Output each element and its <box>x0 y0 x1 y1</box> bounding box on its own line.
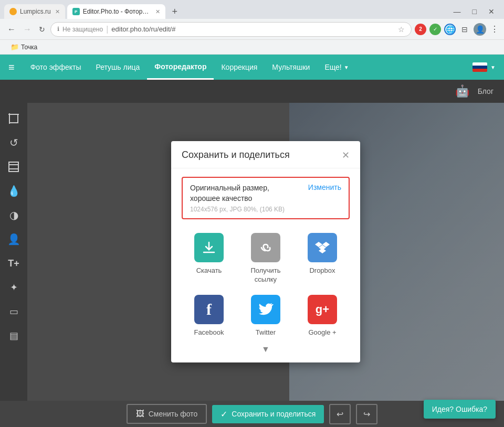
google-plus-label: Google + <box>308 328 336 336</box>
new-tab-button[interactable]: + <box>167 5 182 18</box>
feedback-button[interactable]: Идея? Ошибка? <box>424 400 496 419</box>
tool-rotate[interactable]: ↺ <box>2 131 25 154</box>
tab-close[interactable]: ✕ <box>55 8 60 15</box>
close-button[interactable]: ✕ <box>483 6 500 17</box>
tool-crop[interactable] <box>2 107 25 130</box>
dropbox-label: Dropbox <box>309 266 335 274</box>
nav-item-editor[interactable]: Фоторедактор <box>147 55 214 80</box>
blog-link[interactable]: Блог <box>478 87 494 95</box>
nav-item-photo-effects[interactable]: Фото эффекты <box>23 55 89 80</box>
nav-flag-arrow[interactable]: ▼ <box>490 65 496 70</box>
modal-header: Сохранить и поделиться ✕ <box>171 141 360 168</box>
download-label: Скачать <box>196 266 222 274</box>
share-item-twitter[interactable]: Twitter <box>238 291 293 340</box>
ru-flag[interactable] <box>472 62 487 72</box>
more-options-button[interactable]: ▼ <box>182 345 350 354</box>
menu-dots[interactable]: ⋮ <box>490 24 499 34</box>
ext-icon-1[interactable]: 2 <box>415 24 426 35</box>
undo-button[interactable]: ↩ <box>329 404 351 424</box>
change-photo-icon: 🖼 <box>136 409 144 419</box>
facebook-label: Facebook <box>194 328 224 336</box>
tool-text[interactable]: T+ <box>2 252 25 275</box>
dropbox-icon <box>308 233 337 262</box>
ext-area: 2 ✓ 🌐 ⊟ 👤 ⋮ <box>415 23 499 36</box>
feedback-label: Идея? Ошибка? <box>432 405 487 413</box>
ext-icon-2[interactable]: ✓ <box>429 24 441 35</box>
browser-titlebar: Lumpics.ru ✕ P Editor.Pho.to - Фоторедак… <box>0 0 504 19</box>
nav-label: Мультяшки <box>272 63 310 71</box>
modal-body: Оригинальный размер, хорошее качество Из… <box>171 168 360 362</box>
tool-effects[interactable]: ✦ <box>2 276 25 299</box>
svg-rect-5 <box>9 162 18 172</box>
modal-close-button[interactable]: ✕ <box>342 151 350 160</box>
ext-icon-4[interactable]: ⊟ <box>459 24 470 35</box>
tab-editor[interactable]: P Editor.Pho.to - Фоторедактор о... ✕ <box>67 4 165 19</box>
back-button[interactable]: ← <box>5 23 18 36</box>
share-item-google[interactable]: g+ Google + <box>295 291 350 340</box>
app-sidebar: ↺ 💧 ◑ 👤 T+ ✦ ▭ ▤ <box>0 103 27 401</box>
tab-favicon-editor: P <box>72 8 80 15</box>
nav-item-correction[interactable]: Коррекция <box>214 55 265 80</box>
tool-contrast[interactable]: ◑ <box>2 204 25 227</box>
nav-label: Коррекция <box>221 63 257 71</box>
bookmark-tochka[interactable]: 📁 Точка <box>6 42 41 52</box>
tool-paint[interactable]: 💧 <box>2 179 25 202</box>
lock-icon: ℹ <box>57 26 59 33</box>
tool-adjust[interactable] <box>2 155 25 178</box>
nav-item-cartoon[interactable]: Мультяшки <box>265 55 317 80</box>
svg-rect-0 <box>9 114 18 123</box>
facebook-icon: f <box>194 295 224 324</box>
tool-face[interactable]: 👤 <box>2 228 25 251</box>
address-url: editor.pho.to/ru/edit/# <box>111 25 175 33</box>
app-container: ≡ Фото эффекты Ретушь лица Фоторедактор … <box>0 55 504 427</box>
share-item-facebook[interactable]: f Facebook <box>182 291 236 340</box>
reload-button[interactable]: ↻ <box>37 23 47 36</box>
share-item-dropbox[interactable]: Dropbox <box>295 229 350 289</box>
quality-meta: 1024x576 px, JPG 80%, (106 KB) <box>190 206 341 213</box>
nav-label: Ретушь лица <box>96 63 140 71</box>
tab-lumpics[interactable]: Lumpics.ru ✕ <box>4 4 65 19</box>
maximize-button[interactable]: □ <box>467 6 482 17</box>
change-quality-button[interactable]: Изменить <box>308 183 341 191</box>
save-modal: Сохранить и поделиться ✕ Оригинальный ра… <box>171 141 360 362</box>
share-item-download[interactable]: Скачать <box>182 229 236 289</box>
nav-item-more[interactable]: Еще! ▼ <box>317 55 356 80</box>
address-input[interactable]: ℹ Не защищено | editor.pho.to/ru/edit/# … <box>50 22 412 37</box>
change-photo-label: Сменить фото <box>149 410 198 418</box>
tab-label-editor: Editor.Pho.to - Фоторедактор о... <box>83 8 151 15</box>
window-controls: — □ ✕ <box>448 6 500 17</box>
bookmark-star[interactable]: ☆ <box>398 25 405 34</box>
hamburger-menu[interactable]: ≡ <box>8 61 15 73</box>
address-separator: | <box>106 25 108 34</box>
quality-box: Оригинальный размер, хорошее качество Из… <box>182 177 350 219</box>
quality-label: Оригинальный размер, хорошее качество <box>190 183 295 204</box>
share-item-link[interactable]: Получить ссылку <box>238 229 293 289</box>
android-icon[interactable]: 🤖 <box>455 84 469 98</box>
svg-marker-13 <box>319 248 326 253</box>
nav-label: Еще! <box>324 63 341 71</box>
redo-button[interactable]: ↪ <box>356 404 377 424</box>
twitter-icon <box>251 295 280 324</box>
change-photo-button[interactable]: 🖼 Сменить фото <box>127 404 207 424</box>
ext-icon-3[interactable]: 🌐 <box>444 24 456 35</box>
nav-label: Фото эффекты <box>30 63 81 71</box>
modal-title: Сохранить и поделиться <box>182 150 290 161</box>
minimize-button[interactable]: — <box>448 6 466 17</box>
bookmark-folder-icon: 📁 <box>10 43 19 51</box>
modal-overlay: Сохранить и поделиться ✕ Оригинальный ра… <box>27 103 504 401</box>
link-label: Получить ссылку <box>240 266 291 284</box>
nav-right-area: ▼ <box>472 62 496 72</box>
tab-close-editor[interactable]: ✕ <box>155 8 160 15</box>
twitter-label: Twitter <box>256 328 276 336</box>
google-plus-icon: g+ <box>308 295 337 324</box>
user-avatar[interactable]: 👤 <box>474 23 486 36</box>
nav-item-retouch[interactable]: Ретушь лица <box>88 55 147 80</box>
bookmarks-bar: 📁 Точка <box>0 40 504 55</box>
save-share-button[interactable]: ✓ Сохранить и поделиться <box>212 405 324 423</box>
tab-favicon <box>9 8 17 15</box>
link-icon <box>251 233 280 262</box>
tool-frame[interactable]: ▭ <box>2 300 25 323</box>
forward-button[interactable]: → <box>21 23 34 36</box>
bookmark-label: Точка <box>21 44 37 51</box>
tool-grid[interactable]: ▤ <box>2 324 25 347</box>
